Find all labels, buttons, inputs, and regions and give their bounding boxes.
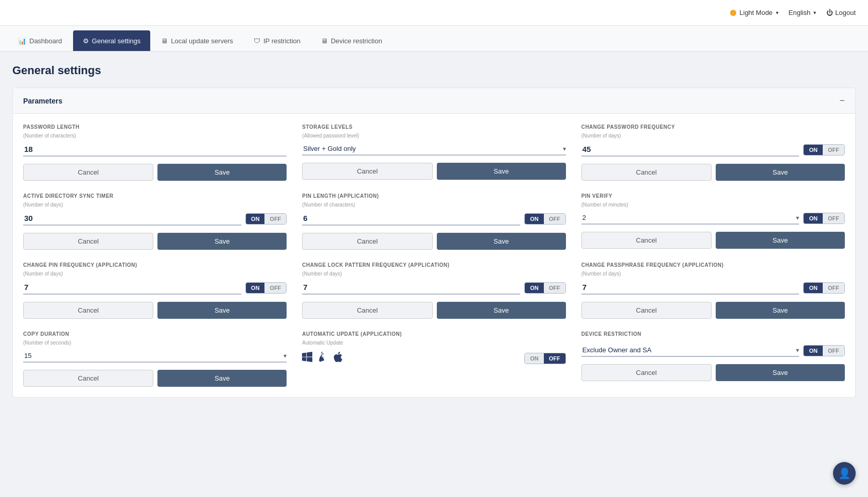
change-pin-frequency-cancel-button[interactable]: Cancel: [23, 302, 153, 319]
password-length-input-row: [23, 143, 287, 157]
device-restriction-save-button[interactable]: Save: [716, 364, 845, 381]
pin-verify-select[interactable]: 2 5 10 15: [581, 212, 796, 224]
active-directory-sync-timer-input[interactable]: [23, 212, 241, 226]
change-pin-frequency-on-button[interactable]: ON: [246, 283, 265, 293]
password-length-cancel-button[interactable]: Cancel: [23, 164, 153, 181]
light-mode-toggle[interactable]: Light Mode ▾: [730, 9, 778, 16]
param-change-passphrase-frequency: CHANGE PASSPHRASE FREQUENCY (APPLICATION…: [581, 262, 845, 319]
change-pin-frequency-input-row: ON OFF: [23, 281, 287, 295]
logout-label: Logout: [835, 9, 856, 16]
pin-length-application-on-button[interactable]: ON: [525, 214, 544, 224]
storage-levels-btn-row: Cancel Save: [302, 163, 565, 180]
logout-button[interactable]: ⏻ Logout: [826, 9, 856, 16]
pin-verify-save-button[interactable]: Save: [716, 232, 845, 249]
change-passphrase-frequency-off-button[interactable]: OFF: [823, 283, 844, 293]
tab-device-restriction[interactable]: 🖥 Device restriction: [311, 30, 392, 51]
power-icon: ⏻: [826, 9, 833, 16]
change-password-frequency-label: CHANGE PASSWORD FREQUENCY: [581, 124, 845, 130]
storage-levels-chevron-icon: ▾: [563, 145, 566, 152]
tab-general-settings[interactable]: ⚙ General settings: [73, 30, 151, 51]
pin-verify-off-button[interactable]: OFF: [823, 213, 844, 224]
pin-verify-btn-row: Cancel Save: [581, 232, 845, 249]
change-password-frequency-save-button[interactable]: Save: [716, 164, 845, 181]
pin-verify-sublabel: (Number of minutes): [581, 202, 845, 208]
pin-length-application-input[interactable]: [302, 212, 520, 226]
change-passphrase-frequency-save-button[interactable]: Save: [716, 302, 845, 319]
pin-verify-toggle: ON OFF: [803, 213, 845, 224]
change-password-frequency-input[interactable]: [581, 143, 800, 157]
password-length-save-button[interactable]: Save: [157, 164, 287, 181]
device-restriction-off-button[interactable]: OFF: [823, 346, 844, 356]
pin-length-application-btn-row: Cancel Save: [302, 233, 565, 250]
storage-levels-save-button[interactable]: Save: [437, 163, 566, 180]
device-restriction-cancel-button[interactable]: Cancel: [581, 364, 712, 381]
active-directory-sync-timer-save-button[interactable]: Save: [157, 233, 287, 250]
storage-levels-select-wrapper: Silver + Gold only Gold only Silver only…: [302, 143, 565, 156]
change-lock-pattern-frequency-cancel-button[interactable]: Cancel: [302, 302, 432, 319]
pin-length-application-save-button[interactable]: Save: [437, 233, 566, 250]
copy-duration-select[interactable]: 15 30 45 60: [23, 350, 284, 362]
password-length-label: PASSWORD LENGTH: [23, 124, 287, 130]
change-pin-frequency-label: CHANGE PIN FREQUENCY (APPLICATION): [23, 262, 287, 268]
automatic-update-off-button[interactable]: OFF: [544, 353, 565, 364]
change-password-frequency-on-button[interactable]: ON: [804, 145, 823, 155]
automatic-update-input-row: ON OFF: [302, 350, 565, 367]
automatic-update-on-button[interactable]: ON: [525, 353, 544, 364]
change-password-frequency-cancel-button[interactable]: Cancel: [581, 164, 712, 181]
password-length-input[interactable]: [23, 143, 287, 157]
change-passphrase-frequency-cancel-button[interactable]: Cancel: [581, 302, 712, 319]
tab-dashboard-label: Dashboard: [29, 37, 62, 45]
device-restriction-select-wrapper: Exclude Owner and SA All devices Owner o…: [581, 344, 800, 357]
change-passphrase-frequency-input-row: ON OFF: [581, 281, 845, 295]
device-restriction-label: DEVICE RESTRICTION: [581, 331, 845, 337]
param-password-length: PASSWORD LENGTH (Number of characters) C…: [23, 124, 287, 181]
linux-icon: [317, 352, 328, 365]
change-pin-frequency-off-button[interactable]: OFF: [264, 283, 286, 293]
active-directory-sync-timer-toggle: ON OFF: [245, 213, 287, 225]
password-length-sublabel: (Number of characters): [23, 133, 287, 139]
language-chevron-icon: ▾: [813, 10, 816, 15]
copy-duration-select-wrapper: 15 30 45 60 ▾: [23, 350, 287, 363]
device-restriction-select[interactable]: Exclude Owner and SA All devices Owner o…: [581, 344, 796, 356]
tab-general-settings-label: General settings: [92, 37, 141, 45]
change-passphrase-frequency-sublabel: (Number of days): [581, 271, 845, 277]
collapse-button[interactable]: −: [839, 95, 845, 106]
param-pin-verify: PIN VERIFY (Number of minutes) 2 5 10 15…: [581, 193, 845, 250]
active-directory-sync-timer-label: ACTIVE DIRECTORY SYNC TIMER: [23, 193, 287, 199]
active-directory-sync-timer-on-button[interactable]: ON: [246, 214, 265, 224]
pin-length-application-input-row: ON OFF: [302, 212, 565, 226]
change-pin-frequency-save-button[interactable]: Save: [157, 302, 287, 319]
copy-duration-btn-row: Cancel Save: [23, 370, 287, 387]
pin-verify-cancel-button[interactable]: Cancel: [581, 232, 712, 249]
automatic-update-sublabel: Automatic Update: [302, 340, 565, 346]
active-directory-sync-timer-cancel-button[interactable]: Cancel: [23, 233, 153, 250]
storage-levels-select[interactable]: Silver + Gold only Gold only Silver only…: [302, 143, 562, 155]
change-passphrase-frequency-input[interactable]: [581, 281, 800, 295]
param-storage-levels: STORAGE LEVELS (Allowed password level) …: [302, 124, 565, 181]
change-password-frequency-off-button[interactable]: OFF: [823, 145, 844, 155]
change-lock-pattern-frequency-off-button[interactable]: OFF: [544, 283, 565, 293]
active-directory-sync-timer-off-button[interactable]: OFF: [264, 214, 286, 224]
copy-duration-cancel-button[interactable]: Cancel: [23, 370, 153, 387]
change-pin-frequency-input[interactable]: [23, 281, 241, 295]
change-lock-pattern-frequency-save-button[interactable]: Save: [437, 302, 566, 319]
change-passphrase-frequency-on-button[interactable]: ON: [804, 283, 823, 293]
pin-length-application-off-button[interactable]: OFF: [544, 214, 565, 224]
tab-local-update-servers[interactable]: 🖥 Local update servers: [151, 30, 243, 51]
change-lock-pattern-frequency-input[interactable]: [302, 281, 520, 295]
storage-levels-cancel-button[interactable]: Cancel: [302, 163, 432, 180]
tab-dashboard[interactable]: 📊 Dashboard: [8, 30, 72, 51]
tab-device-restriction-label: Device restriction: [331, 37, 382, 45]
copy-duration-save-button[interactable]: Save: [157, 370, 287, 387]
pin-length-application-cancel-button[interactable]: Cancel: [302, 233, 432, 250]
device-restriction-toggle: ON OFF: [803, 345, 845, 356]
language-selector[interactable]: English ▾: [789, 9, 817, 16]
change-passphrase-frequency-toggle: ON OFF: [803, 282, 845, 294]
pin-verify-on-button[interactable]: ON: [804, 213, 823, 224]
server-icon: 🖥: [161, 37, 168, 45]
tab-ip-restriction[interactable]: 🛡 IP restriction: [244, 30, 310, 51]
change-lock-pattern-frequency-btn-row: Cancel Save: [302, 302, 565, 319]
device-restriction-on-button[interactable]: ON: [804, 346, 823, 356]
change-lock-pattern-frequency-on-button[interactable]: ON: [525, 283, 544, 293]
dashboard-icon: 📊: [18, 37, 26, 45]
